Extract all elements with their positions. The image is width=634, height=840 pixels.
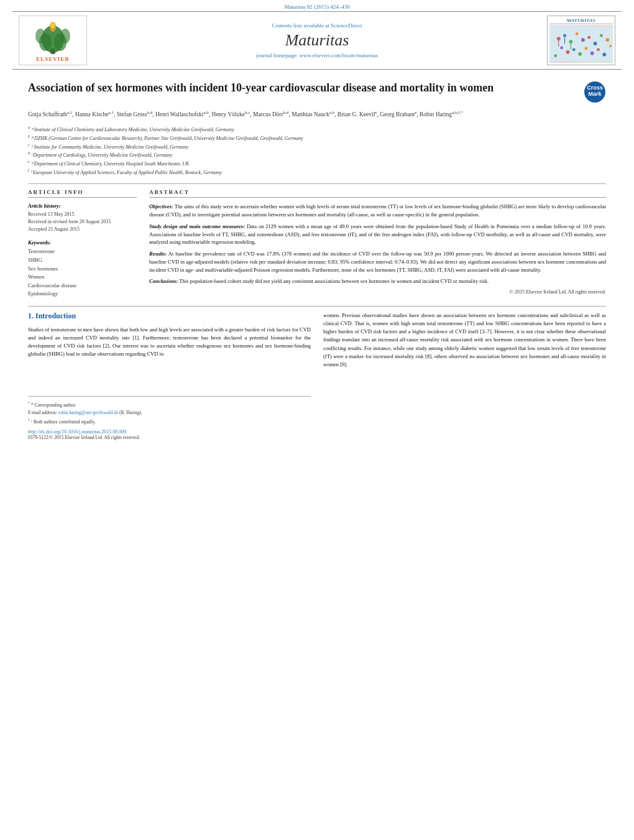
abstract-results: Results: At baseline the prevalence rate… [149, 250, 606, 274]
crossmark-icon[interactable]: Cross Mark [584, 81, 606, 103]
intro-para2: women. Previous observational studies ha… [323, 312, 606, 369]
copyright: © 2015 Elsevier Ireland Ltd. All rights … [149, 289, 606, 295]
affiliations: a ᵃ Institute of Clinical Chemistry and … [28, 125, 606, 176]
svg-point-21 [572, 48, 576, 51]
svg-point-23 [584, 47, 587, 50]
divider-2 [28, 306, 606, 307]
keywords-block: Keywords: Testosterone SHBG Sex hormones… [28, 239, 137, 298]
maturitas-image [549, 25, 613, 63]
svg-point-11 [563, 34, 566, 37]
divider-1 [28, 183, 606, 184]
affiliation-f: f ᶠ European University of Applied Scien… [28, 168, 606, 177]
corresponding-author: * * Corresponding author. [28, 400, 311, 408]
svg-text:Mark: Mark [588, 91, 602, 97]
journal-reference: Maturitas 82 (2015) 424–430 [0, 0, 634, 11]
accepted-date: Accepted 21 August 2015 [28, 226, 137, 233]
affiliation-c: c ᶜ Institute for Community Medicine, Un… [28, 142, 606, 151]
email-address: E-mail address: robin.haring@uni-greifsw… [28, 410, 311, 417]
svg-point-26 [602, 53, 606, 57]
journal-header-center: Contents lists available at ScienceDirec… [87, 22, 547, 58]
svg-rect-9 [549, 27, 613, 62]
article-title-section: Association of sex hormones with inciden… [28, 76, 606, 103]
svg-point-20 [566, 50, 569, 54]
keyword-cvd: Cardiovascular disease [28, 282, 137, 290]
svg-rect-6 [52, 50, 54, 54]
intro-para1: Studies of testosterone in men have show… [28, 326, 311, 359]
svg-point-17 [600, 34, 603, 37]
main-content: Association of sex hormones with inciden… [0, 70, 634, 446]
svg-point-12 [569, 40, 572, 44]
keywords-label: Keywords: [28, 239, 137, 246]
article-info-heading: ARTICLE INFO [28, 189, 137, 198]
article-history: Article history: Received 13 May 2015 Re… [28, 203, 137, 233]
affiliation-a: a ᵃ Institute of Clinical Chemistry and … [28, 125, 606, 134]
received-date: Received 13 May 2015 [28, 211, 137, 218]
keyword-testosterone: Testosterone [28, 247, 137, 256]
keyword-sex-hormones: Sex hormones [28, 265, 137, 274]
svg-point-16 [594, 42, 597, 45]
maturitas-label: MATURITAS [549, 18, 613, 24]
svg-point-19 [560, 46, 563, 49]
abstract-study-design: Study design and main outcome measures: … [149, 223, 606, 246]
abstract-column: ABSTRACT Objectives: The aims of this st… [149, 189, 606, 298]
equal-contribution: 1 ¹ Both authors contributed equally. [28, 417, 311, 425]
affiliation-d: d ⁱ Department of Cardiology, University… [28, 150, 606, 159]
svg-point-4 [35, 29, 45, 44]
svg-point-28 [609, 45, 612, 47]
abstract-conclusions: Conclusions: This population-based cohor… [149, 277, 606, 285]
svg-point-27 [554, 54, 557, 57]
svg-point-14 [581, 38, 585, 42]
history-label: Article history: [28, 203, 137, 209]
footnotes: * * Corresponding author. E-mail address… [28, 396, 311, 441]
article-title: Association of sex hormones with inciden… [28, 81, 574, 95]
body-section: 1. Introduction Studies of testosterone … [28, 312, 606, 440]
abstract-heading: ABSTRACT [149, 189, 606, 198]
contents-available: Contents lists available at ScienceDirec… [99, 22, 535, 29]
affiliation-b: b ᵇ DZHK (German Centre for Cardiovascul… [28, 134, 606, 142]
article-info-abstract: ARTICLE INFO Article history: Received 1… [28, 189, 606, 298]
received-revised-date: Received in revised form 20 August 2015 [28, 218, 137, 226]
svg-point-13 [576, 32, 579, 35]
article-info-column: ARTICLE INFO Article history: Received 1… [28, 189, 137, 298]
svg-point-8 [51, 22, 55, 29]
authors: Gotja Schaffratha,1, Hanna Kischea,1, St… [28, 109, 606, 119]
intro-right-col: women. Previous observational studies ha… [323, 312, 606, 440]
intro-left-col: 1. Introduction Studies of testosterone … [28, 312, 311, 440]
svg-point-18 [605, 38, 609, 42]
journal-title: Maturitas [99, 31, 535, 50]
elsevier-logo: ELSEVIER [19, 16, 87, 65]
maturitas-logo: MATURITAS [547, 16, 615, 65]
svg-point-10 [557, 37, 561, 40]
svg-point-22 [578, 52, 582, 56]
svg-text:Cross: Cross [587, 85, 603, 91]
affiliation-e: e ᵉ Department of Clinical Chemistry, Un… [28, 159, 606, 168]
keyword-epidemiology: Epidemiology [28, 290, 137, 298]
elsevier-label: ELSEVIER [36, 56, 70, 62]
abstract-objectives: Objectives: The aims of this study were … [149, 203, 606, 219]
svg-point-15 [587, 36, 590, 39]
keyword-women: Women [28, 273, 137, 282]
keyword-shbg: SHBG [28, 256, 137, 265]
svg-point-25 [597, 48, 600, 51]
svg-point-24 [590, 52, 594, 55]
doi-link[interactable]: http://dx.doi.org/10.1016/j.maturitas.20… [28, 429, 311, 435]
header-banner: ELSEVIER Contents lists available at Sci… [12, 11, 622, 70]
journal-homepage: journal homepage: www.elsevier.com/locat… [99, 52, 535, 58]
rights-statement: 0378-5122/© 2015 Elsevier Ireland Ltd. A… [28, 435, 311, 440]
svg-point-5 [60, 29, 70, 44]
intro-heading: 1. Introduction [28, 312, 311, 321]
